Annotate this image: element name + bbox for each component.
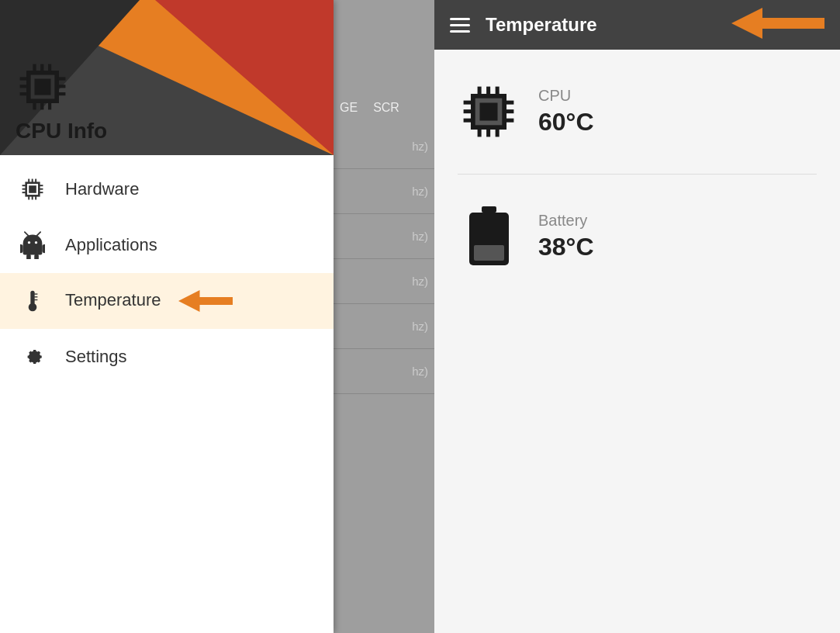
svg-rect-62 [482,206,496,213]
nav-temperature-arrow [178,287,233,315]
app-title: CPU Info [16,119,107,144]
sidebar-item-label-settings: Settings [65,347,127,367]
svg-rect-6 [33,102,36,110]
sidebar-item-label-applications: Applications [65,235,157,255]
hamburger-line-3 [450,30,470,33]
thermometer-icon [19,287,47,315]
svg-rect-40 [30,291,34,306]
cpu-chip-icon [16,60,70,114]
sidebar-item-temperature[interactable]: Temperature [0,273,334,329]
svg-rect-54 [486,129,490,137]
svg-rect-37 [42,244,45,253]
mid-row-5: hz) [334,304,434,349]
chip-icon [19,175,47,203]
svg-rect-29 [40,192,43,193]
svg-rect-31 [23,244,43,255]
mid-row-1: hz) [334,124,434,169]
svg-rect-4 [40,64,43,72]
drawer-header-content: CPU Info [16,60,107,144]
cpu-icon [458,81,520,143]
svg-rect-58 [464,119,472,123]
cpu-label: CPU [538,87,594,105]
svg-rect-25 [22,189,26,190]
mid-row-6: hz) [334,349,434,394]
sidebar-item-settings[interactable]: Settings [0,329,334,385]
battery-temp-info: Battery 38°C [538,212,594,261]
hamburger-line-2 [450,24,470,26]
svg-marker-45 [178,290,233,312]
gear-icon [19,343,47,371]
svg-rect-5 [48,64,51,72]
svg-rect-21 [28,196,29,199]
svg-rect-42 [34,293,37,294]
sidebar-item-applications[interactable]: Applications [0,217,334,273]
battery-temp-row: Battery 38°C [458,198,817,275]
svg-rect-53 [478,129,482,137]
toolbar: Temperature [434,0,840,50]
middle-panel: GE SCR hz) hz) hz) hz) hz) hz) [334,0,434,633]
svg-rect-2 [35,79,51,95]
battery-label: Battery [538,212,594,230]
battery-value: 38°C [538,233,594,261]
cpu-temp-info: CPU 60°C [538,87,594,137]
triangle-red [155,0,334,155]
svg-point-32 [28,241,30,244]
svg-rect-26 [22,192,26,193]
svg-rect-55 [496,129,500,137]
sidebar-item-hardware[interactable]: Hardware [0,161,334,217]
svg-rect-7 [40,102,43,110]
mid-row-4: hz) [334,259,434,304]
svg-rect-13 [58,85,66,88]
svg-point-41 [29,303,37,312]
battery-icon [458,206,520,268]
main-panel: Temperature [434,0,840,633]
svg-rect-10 [20,85,28,88]
menu-button[interactable] [450,18,470,33]
nav-items-list: Hardware [0,155,334,633]
svg-rect-44 [34,299,37,300]
svg-rect-50 [478,87,482,95]
svg-rect-12 [58,77,66,80]
cpu-value: 60°C [538,108,594,137]
svg-rect-14 [58,92,66,95]
svg-rect-18 [28,179,29,182]
svg-rect-51 [486,87,490,95]
svg-rect-38 [26,254,31,259]
svg-line-35 [37,232,41,236]
svg-rect-64 [474,245,504,261]
drawer-header: CPU Info [0,0,334,155]
navigation-drawer: CPU Info [0,0,334,633]
sidebar-item-label-hardware: Hardware [65,179,139,199]
svg-rect-9 [20,77,28,80]
svg-rect-39 [34,254,39,259]
mid-row-3: hz) [334,214,434,259]
svg-rect-57 [464,109,472,113]
svg-point-33 [35,241,37,244]
tab-scr[interactable]: SCR [373,101,399,115]
svg-rect-43 [34,296,37,297]
svg-rect-23 [35,196,36,199]
svg-rect-61 [506,119,514,123]
tab-ge[interactable]: GE [340,101,358,115]
svg-rect-11 [20,92,28,95]
svg-rect-49 [479,102,497,120]
svg-rect-24 [22,185,26,186]
svg-rect-60 [506,109,514,113]
svg-marker-46 [731,8,824,39]
svg-rect-8 [48,102,51,110]
svg-rect-22 [32,196,33,199]
svg-rect-56 [464,101,472,105]
hamburger-line-1 [450,18,470,20]
svg-rect-59 [506,101,514,105]
sidebar-item-label-temperature: Temperature [65,287,233,315]
mid-row-2: hz) [334,169,434,214]
android-icon [19,231,47,259]
svg-rect-52 [496,87,500,95]
svg-rect-17 [29,185,36,193]
svg-rect-20 [35,179,36,182]
svg-rect-3 [33,64,36,72]
svg-rect-19 [32,179,33,182]
temp-divider [458,174,817,175]
temperature-content: CPU 60°C Battery 38°C [434,50,840,633]
svg-line-34 [25,232,29,236]
